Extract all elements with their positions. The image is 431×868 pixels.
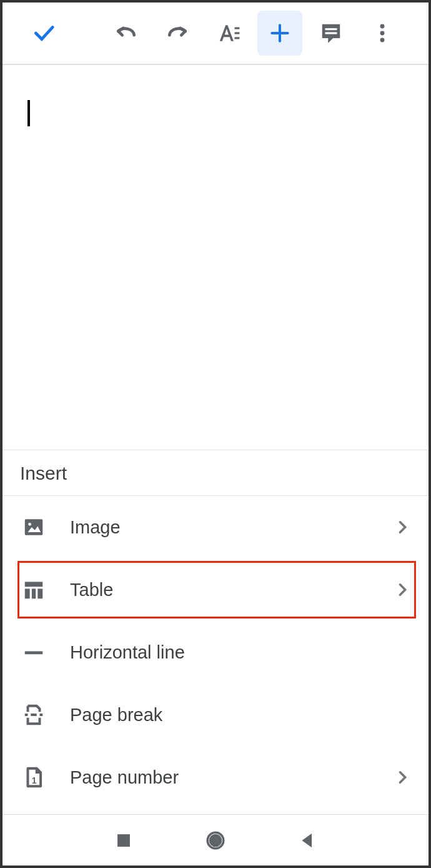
triangle-left-icon <box>297 830 318 851</box>
text-format-button[interactable] <box>206 11 251 56</box>
svg-rect-0 <box>235 28 240 29</box>
document-area[interactable] <box>2 69 429 450</box>
svg-rect-22 <box>117 834 130 847</box>
plus-icon <box>268 21 292 45</box>
svg-rect-17 <box>25 651 43 654</box>
insert-page-break[interactable]: Page break <box>2 684 429 746</box>
more-vert-icon <box>370 21 394 45</box>
svg-point-9 <box>380 38 385 43</box>
svg-rect-13 <box>25 582 43 587</box>
text-cursor <box>27 100 30 126</box>
nav-home-button[interactable] <box>202 827 229 854</box>
nav-recent-button[interactable] <box>110 827 137 854</box>
insert-horizontal-line[interactable]: Horizontal line <box>2 621 429 684</box>
redo-icon <box>166 21 189 45</box>
svg-point-12 <box>28 523 31 526</box>
redo-button[interactable] <box>155 11 200 56</box>
svg-rect-14 <box>25 588 30 598</box>
comment-icon <box>319 21 343 45</box>
horizontal-line-icon <box>20 638 47 666</box>
insert-table[interactable]: Table <box>2 558 429 621</box>
insert-image-label: Image <box>70 517 391 538</box>
svg-rect-16 <box>37 588 42 598</box>
undo-button[interactable] <box>104 11 149 56</box>
svg-point-24 <box>210 835 220 845</box>
insert-table-label: Table <box>70 580 391 600</box>
chevron-right-icon <box>391 766 414 789</box>
svg-rect-15 <box>32 588 36 598</box>
svg-point-7 <box>380 24 385 28</box>
chevron-right-icon <box>391 578 414 601</box>
svg-text:1: 1 <box>32 775 37 785</box>
svg-rect-5 <box>325 28 337 30</box>
page-number-icon: 1 <box>20 764 47 791</box>
circle-icon <box>205 830 226 851</box>
more-button[interactable] <box>360 11 405 56</box>
insert-page-break-label: Page break <box>70 705 414 725</box>
table-icon <box>20 576 47 603</box>
panel-title: Insert <box>20 463 411 484</box>
toolbar <box>2 3 429 65</box>
page-break-icon <box>20 701 47 729</box>
undo-icon <box>114 21 138 45</box>
insert-image[interactable]: Image <box>2 496 429 558</box>
svg-rect-2 <box>235 37 240 39</box>
android-nav-bar <box>2 814 429 865</box>
insert-menu: Image Table Horizontal line Page break 1… <box>2 496 429 809</box>
svg-rect-1 <box>235 32 240 34</box>
comment-button[interactable] <box>309 11 354 56</box>
insert-page-number[interactable]: 1 Page number <box>2 746 429 809</box>
svg-point-8 <box>380 31 385 36</box>
image-icon <box>20 513 47 541</box>
chevron-right-icon <box>391 516 414 538</box>
insert-button[interactable] <box>257 11 302 56</box>
svg-rect-6 <box>325 32 337 34</box>
done-button[interactable] <box>21 11 66 56</box>
nav-back-button[interactable] <box>294 827 321 854</box>
insert-page-number-label: Page number <box>70 767 391 788</box>
check-icon <box>32 21 56 45</box>
svg-marker-25 <box>302 833 312 847</box>
insert-horizontal-line-label: Horizontal line <box>70 642 414 663</box>
svg-rect-10 <box>25 519 43 535</box>
text-format-icon <box>217 21 240 45</box>
square-icon <box>113 830 134 851</box>
insert-panel-header: Insert <box>2 450 429 496</box>
